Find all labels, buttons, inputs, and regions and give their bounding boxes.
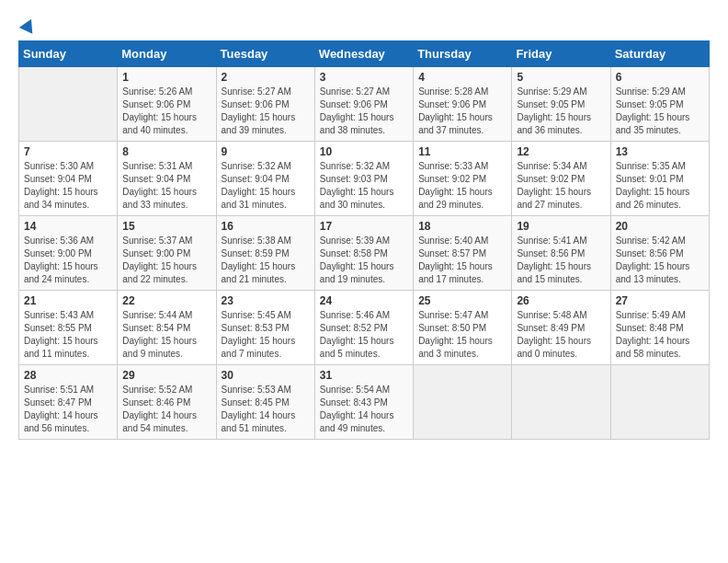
calendar-cell: 22Sunrise: 5:44 AMSunset: 8:54 PMDayligh… bbox=[118, 291, 216, 365]
day-info: Sunrise: 5:44 AMSunset: 8:54 PMDaylight:… bbox=[122, 309, 210, 361]
calendar-cell: 17Sunrise: 5:39 AMSunset: 8:58 PMDayligh… bbox=[314, 216, 413, 291]
weekday-header: Saturday bbox=[610, 41, 709, 67]
weekday-header: Wednesday bbox=[314, 41, 413, 67]
calendar-cell: 6Sunrise: 5:29 AMSunset: 9:05 PMDaylight… bbox=[610, 67, 709, 142]
day-info: Sunrise: 5:41 AMSunset: 8:56 PMDaylight:… bbox=[517, 235, 605, 286]
day-number: 8 bbox=[122, 145, 210, 158]
day-info: Sunrise: 5:54 AMSunset: 8:43 PMDaylight:… bbox=[320, 384, 408, 435]
calendar-cell: 16Sunrise: 5:38 AMSunset: 8:59 PMDayligh… bbox=[216, 216, 314, 291]
calendar-cell: 8Sunrise: 5:31 AMSunset: 9:04 PMDaylight… bbox=[118, 142, 216, 216]
weekday-header-row: SundayMondayTuesdayWednesdayThursdayFrid… bbox=[19, 41, 710, 67]
day-info: Sunrise: 5:36 AMSunset: 9:00 PMDaylight:… bbox=[24, 235, 112, 286]
weekday-header: Tuesday bbox=[216, 41, 314, 67]
day-number: 25 bbox=[418, 294, 506, 307]
day-number: 24 bbox=[320, 294, 408, 307]
calendar-cell: 3Sunrise: 5:27 AMSunset: 9:06 PMDaylight… bbox=[314, 67, 413, 142]
calendar-cell: 27Sunrise: 5:49 AMSunset: 8:48 PMDayligh… bbox=[610, 291, 709, 365]
logo-icon bbox=[19, 16, 38, 33]
calendar-cell: 29Sunrise: 5:52 AMSunset: 8:46 PMDayligh… bbox=[118, 365, 216, 440]
day-number: 10 bbox=[320, 145, 408, 158]
day-number: 19 bbox=[517, 220, 605, 233]
calendar-week-row: 7Sunrise: 5:30 AMSunset: 9:04 PMDaylight… bbox=[19, 142, 710, 216]
calendar-week-row: 1Sunrise: 5:26 AMSunset: 9:06 PMDaylight… bbox=[19, 67, 710, 142]
calendar-week-row: 21Sunrise: 5:43 AMSunset: 8:55 PMDayligh… bbox=[19, 291, 710, 365]
day-info: Sunrise: 5:35 AMSunset: 9:01 PMDaylight:… bbox=[616, 160, 704, 212]
day-info: Sunrise: 5:40 AMSunset: 8:57 PMDaylight:… bbox=[418, 235, 506, 286]
day-info: Sunrise: 5:49 AMSunset: 8:48 PMDaylight:… bbox=[616, 309, 704, 361]
calendar-cell bbox=[414, 365, 512, 440]
calendar-cell: 13Sunrise: 5:35 AMSunset: 9:01 PMDayligh… bbox=[610, 142, 709, 216]
weekday-header: Thursday bbox=[414, 41, 512, 67]
day-number: 3 bbox=[320, 71, 408, 84]
day-info: Sunrise: 5:27 AMSunset: 9:06 PMDaylight:… bbox=[222, 86, 310, 137]
day-number: 6 bbox=[616, 71, 704, 84]
calendar-cell: 5Sunrise: 5:29 AMSunset: 9:05 PMDaylight… bbox=[512, 67, 610, 142]
day-info: Sunrise: 5:33 AMSunset: 9:02 PMDaylight:… bbox=[418, 160, 506, 212]
day-number: 21 bbox=[24, 294, 112, 307]
calendar-cell: 25Sunrise: 5:47 AMSunset: 8:50 PMDayligh… bbox=[414, 291, 512, 365]
calendar-cell: 14Sunrise: 5:36 AMSunset: 9:00 PMDayligh… bbox=[19, 216, 118, 291]
calendar-cell: 21Sunrise: 5:43 AMSunset: 8:55 PMDayligh… bbox=[19, 291, 118, 365]
calendar-cell: 1Sunrise: 5:26 AMSunset: 9:06 PMDaylight… bbox=[118, 67, 216, 142]
calendar-cell: 12Sunrise: 5:34 AMSunset: 9:02 PMDayligh… bbox=[512, 142, 610, 216]
day-number: 16 bbox=[222, 220, 310, 233]
day-info: Sunrise: 5:42 AMSunset: 8:56 PMDaylight:… bbox=[616, 235, 704, 286]
day-info: Sunrise: 5:28 AMSunset: 9:06 PMDaylight:… bbox=[418, 86, 506, 137]
calendar-cell: 10Sunrise: 5:32 AMSunset: 9:03 PMDayligh… bbox=[314, 142, 413, 216]
calendar-cell bbox=[19, 67, 118, 142]
day-info: Sunrise: 5:51 AMSunset: 8:47 PMDaylight:… bbox=[24, 384, 112, 435]
calendar-week-row: 14Sunrise: 5:36 AMSunset: 9:00 PMDayligh… bbox=[19, 216, 710, 291]
calendar-cell: 24Sunrise: 5:46 AMSunset: 8:52 PMDayligh… bbox=[314, 291, 413, 365]
day-info: Sunrise: 5:32 AMSunset: 9:04 PMDaylight:… bbox=[222, 160, 310, 212]
calendar-cell: 26Sunrise: 5:48 AMSunset: 8:49 PMDayligh… bbox=[512, 291, 610, 365]
day-info: Sunrise: 5:46 AMSunset: 8:52 PMDaylight:… bbox=[320, 309, 408, 361]
day-info: Sunrise: 5:45 AMSunset: 8:53 PMDaylight:… bbox=[222, 309, 310, 361]
day-number: 20 bbox=[616, 220, 704, 233]
calendar-cell: 30Sunrise: 5:53 AMSunset: 8:45 PMDayligh… bbox=[216, 365, 314, 440]
day-info: Sunrise: 5:34 AMSunset: 9:02 PMDaylight:… bbox=[517, 160, 605, 212]
calendar-cell: 2Sunrise: 5:27 AMSunset: 9:06 PMDaylight… bbox=[216, 67, 314, 142]
day-number: 1 bbox=[122, 71, 210, 84]
day-info: Sunrise: 5:52 AMSunset: 8:46 PMDaylight:… bbox=[122, 384, 210, 435]
calendar-cell: 19Sunrise: 5:41 AMSunset: 8:56 PMDayligh… bbox=[512, 216, 610, 291]
day-info: Sunrise: 5:38 AMSunset: 8:59 PMDaylight:… bbox=[222, 235, 310, 286]
weekday-header: Sunday bbox=[19, 41, 118, 67]
day-number: 7 bbox=[24, 145, 112, 158]
day-info: Sunrise: 5:29 AMSunset: 9:05 PMDaylight:… bbox=[616, 86, 704, 137]
calendar-cell: 20Sunrise: 5:42 AMSunset: 8:56 PMDayligh… bbox=[610, 216, 709, 291]
day-info: Sunrise: 5:48 AMSunset: 8:49 PMDaylight:… bbox=[517, 309, 605, 361]
day-info: Sunrise: 5:53 AMSunset: 8:45 PMDaylight:… bbox=[222, 384, 310, 435]
calendar-cell: 15Sunrise: 5:37 AMSunset: 9:00 PMDayligh… bbox=[118, 216, 216, 291]
calendar-cell bbox=[512, 365, 610, 440]
calendar-cell: 31Sunrise: 5:54 AMSunset: 8:43 PMDayligh… bbox=[314, 365, 413, 440]
calendar-cell bbox=[610, 365, 709, 440]
day-info: Sunrise: 5:37 AMSunset: 9:00 PMDaylight:… bbox=[122, 235, 210, 286]
calendar-cell: 23Sunrise: 5:45 AMSunset: 8:53 PMDayligh… bbox=[216, 291, 314, 365]
day-info: Sunrise: 5:26 AMSunset: 9:06 PMDaylight:… bbox=[122, 86, 210, 137]
day-info: Sunrise: 5:43 AMSunset: 8:55 PMDaylight:… bbox=[24, 309, 112, 361]
day-number: 18 bbox=[418, 220, 506, 233]
calendar-cell: 4Sunrise: 5:28 AMSunset: 9:06 PMDaylight… bbox=[414, 67, 512, 142]
day-number: 22 bbox=[122, 294, 210, 307]
day-info: Sunrise: 5:30 AMSunset: 9:04 PMDaylight:… bbox=[24, 160, 112, 212]
day-info: Sunrise: 5:27 AMSunset: 9:06 PMDaylight:… bbox=[320, 86, 408, 137]
day-number: 17 bbox=[320, 220, 408, 233]
day-number: 30 bbox=[222, 369, 310, 382]
day-number: 27 bbox=[616, 294, 704, 307]
day-number: 12 bbox=[517, 145, 605, 158]
day-info: Sunrise: 5:47 AMSunset: 8:50 PMDaylight:… bbox=[418, 309, 506, 361]
weekday-header: Friday bbox=[512, 41, 610, 67]
day-number: 14 bbox=[24, 220, 112, 233]
day-info: Sunrise: 5:32 AMSunset: 9:03 PMDaylight:… bbox=[320, 160, 408, 212]
day-number: 28 bbox=[24, 369, 112, 382]
day-info: Sunrise: 5:29 AMSunset: 9:05 PMDaylight:… bbox=[517, 86, 605, 137]
calendar-cell: 28Sunrise: 5:51 AMSunset: 8:47 PMDayligh… bbox=[19, 365, 118, 440]
day-number: 15 bbox=[122, 220, 210, 233]
weekday-header: Monday bbox=[118, 41, 216, 67]
calendar-cell: 18Sunrise: 5:40 AMSunset: 8:57 PMDayligh… bbox=[414, 216, 512, 291]
logo bbox=[18, 18, 36, 31]
day-number: 26 bbox=[517, 294, 605, 307]
day-number: 4 bbox=[418, 71, 506, 84]
calendar-cell: 9Sunrise: 5:32 AMSunset: 9:04 PMDaylight… bbox=[216, 142, 314, 216]
day-number: 23 bbox=[222, 294, 310, 307]
